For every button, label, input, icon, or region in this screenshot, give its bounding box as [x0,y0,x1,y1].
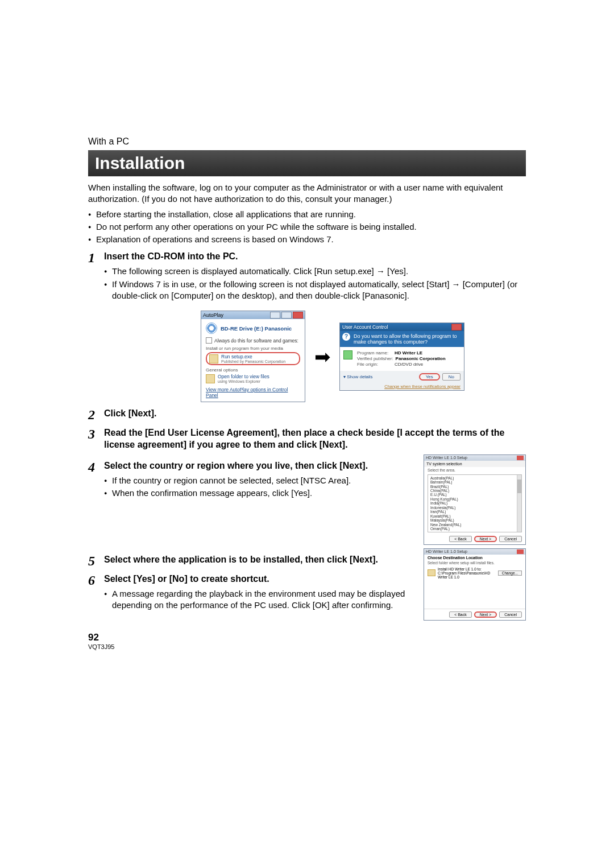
cancel-button[interactable]: Cancel [499,536,522,542]
uac-question: ? Do you want to allow the following pro… [340,331,464,347]
step-heading: Click [Next]. [104,408,526,420]
step-heading: Insert the CD-ROM into the PC. [104,251,526,263]
arrow-right-icon: ➡ [314,345,330,368]
page-number: 92 [88,632,526,643]
back-button[interactable]: < Back [449,611,472,618]
list-item[interactable]: Malaysia(PAL) [430,518,519,522]
screenshots-row: AutoPlay BD-RE Drive (E:) Panasonic Alwa… [139,311,526,402]
list-item[interactable]: India(PAL) [430,501,519,505]
step-4-row: 4 Select the country or region where you… [88,454,526,545]
installer-icon [209,354,218,363]
step-4: 4 Select the country or region where you… [88,460,412,474]
next-button[interactable]: Next > [474,611,497,618]
label: Program name: [357,350,392,356]
step-number: 3 [88,427,99,441]
note-item: If Windows 7 is in use, or the following… [104,279,526,302]
list-item[interactable]: New Zealand(PAL) [430,523,519,527]
dialog-title: User Account Control [342,324,388,330]
value: HD Writer LE [395,350,422,356]
dialog-title: HD Writer LE 1.0 Setup [426,456,467,460]
step-2: 2 Click [Next]. [88,408,526,421]
step-heading: Select where the application is to be in… [104,554,412,566]
step-6-notes: A message regarding the playback in the … [104,588,412,611]
list-item[interactable]: Indonesia(PAL) [430,506,519,510]
disc-icon [206,323,217,334]
manual-page: With a PC Installation When installing t… [88,137,526,650]
install-to-label: Install HD Writer LE 1.0 to: [438,567,496,571]
note-item: The following screen is displayed automa… [104,266,526,277]
document-code: VQT3J95 [88,643,526,650]
open-folder-option[interactable]: Open folder to view files using Windows … [206,374,300,383]
step-6: 6 Select [Yes] or [No] to create shortcu… [88,573,412,587]
list-item[interactable]: E.U.(PAL) [430,493,519,497]
cancel-button[interactable]: Cancel [499,611,522,618]
close-icon[interactable] [293,312,303,319]
close-icon[interactable] [517,549,524,554]
dialog-instruction: Select the area. [424,467,525,473]
list-item[interactable]: Brazil(PAL) [430,485,519,489]
step-number: 4 [88,460,99,474]
group-label: General options [206,367,300,373]
always-label: Always do this for software and games: [214,338,298,344]
section-label: With a PC [88,137,526,147]
program-icon [343,350,352,359]
dialog-subtitle: TV system selection [424,461,525,467]
maximize-icon[interactable] [281,312,292,319]
next-button[interactable]: Next > [474,536,497,542]
open-folder-sub: using Windows Explorer [218,379,269,383]
close-icon[interactable] [451,324,462,330]
step-number: 5 [88,554,99,568]
list-item[interactable]: Hong Kong(PAL) [430,497,519,501]
list-item[interactable]: Oman(PAL) [430,527,519,531]
note-item: A message regarding the playback in the … [104,588,412,611]
step-number: 1 [88,251,99,264]
scrollbar[interactable] [517,475,521,532]
note-item: If the country or region cannot be selec… [104,475,412,486]
list-item[interactable]: China(PAL) [430,489,519,493]
value: CD/DVD drive [395,362,423,367]
country-listbox[interactable]: Australia(PAL) Bahrain(PAL) Brazil(PAL) … [428,474,522,532]
back-button[interactable]: < Back [449,536,472,542]
run-setup-publisher: Published by Panasonic Corporation [221,359,285,363]
show-details-toggle[interactable]: ▾ Show details [343,374,373,379]
yes-button[interactable]: Yes [419,373,440,381]
uac-question-text: Do you want to allow the following progr… [354,333,457,345]
step-5-6-row: 5 Select where the application is to be … [88,548,526,621]
dialog-subtitle: Choose Destination Location [424,555,525,561]
step-4-notes: If the country or region cannot be selec… [104,475,412,499]
uac-dialog: User Account Control ? Do you want to al… [339,323,464,391]
change-notifications-link[interactable]: Change when these notifications appear [340,383,464,390]
note-item: Explanation of operations and screens is… [88,234,526,245]
step-3: 3 Read the [End User License Agreement],… [88,427,526,451]
step-number: 6 [88,573,99,587]
run-setup-option[interactable]: Run setup.exe Published by Panasonic Cor… [206,352,300,365]
value: Panasonic Corporation [396,356,446,361]
dialog-titlebar: User Account Control [340,323,464,331]
list-item[interactable]: Qatar(PAL) [430,531,519,532]
list-item[interactable]: Kuwait(PAL) [430,514,519,518]
step-5: 5 Select where the application is to be … [88,554,412,568]
always-checkbox[interactable] [206,337,212,344]
folder-icon [206,374,215,383]
dialog-instruction: Select folder where setup will install f… [424,561,525,566]
label: File origin: [357,362,392,367]
group-label: Install or run program from your media [206,346,300,351]
change-button[interactable]: Change... [498,571,522,576]
step-1-notes: The following screen is displayed automa… [104,266,526,301]
list-item[interactable]: Bahrain(PAL) [430,480,519,484]
dialog-titlebar: AutoPlay [201,311,305,319]
intro-paragraph: When installing the software, log on to … [88,182,526,205]
note-item: Before starting the installation, close … [88,209,526,220]
autoplay-dialog: AutoPlay BD-RE Drive (E:) Panasonic Alwa… [201,311,305,402]
close-icon[interactable] [517,456,524,460]
dialog-title: HD Writer LE 1.0 Setup [426,549,467,554]
step-heading: Read the [End User License Agreement], t… [104,427,526,451]
no-button[interactable]: No [442,373,460,381]
shield-icon: ? [342,333,350,341]
label: Verified publisher: [357,356,393,361]
more-options-link[interactable]: View more AutoPlay options in Control Pa… [206,387,300,398]
list-item[interactable]: Iran(PAL) [430,510,519,514]
drive-label: BD-RE Drive (E:) Panasonic [221,325,292,332]
list-item[interactable]: Australia(PAL) [430,476,519,480]
minimize-icon[interactable] [270,312,280,319]
